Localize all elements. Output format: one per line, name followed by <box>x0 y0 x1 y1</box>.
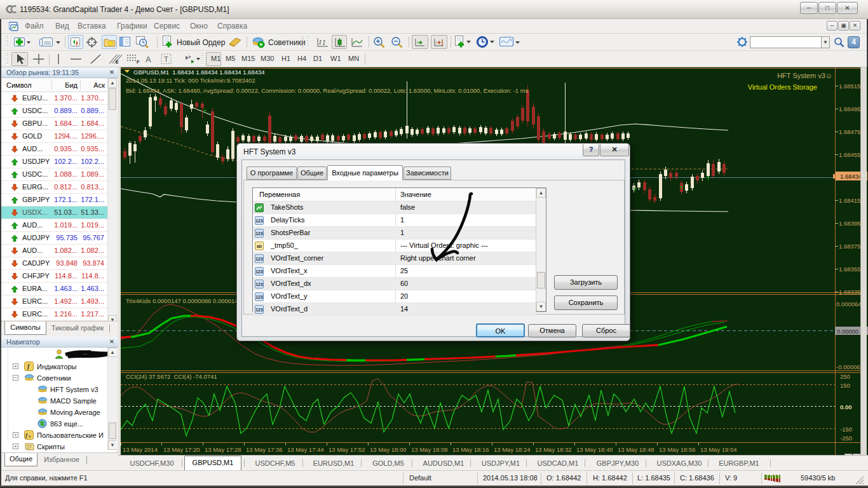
svg-text:Bid: 1.68434, ASK: 1.68460, Av: Bid: 1.68434, ASK: 1.68460, AvgSpread: 0… <box>126 87 529 94</box>
svg-text:2014.05.13 19:11 Tick: 000 Tic: 2014.05.13 19:11 Tick: 000 Ticks/min:9.7… <box>126 77 255 84</box>
svg-text:13 May 18:08: 13 May 18:08 <box>411 446 448 453</box>
svg-text:1.68475: 1.68475 <box>839 128 860 135</box>
svg-text:250: 250 <box>840 373 850 380</box>
svg-text:-250: -250 <box>840 435 852 442</box>
svg-text:-0.000067: -0.000067 <box>836 363 864 370</box>
svg-text:13 May 17:20: 13 May 17:20 <box>163 446 200 453</box>
svg-text:13 May 17:52: 13 May 17:52 <box>329 446 365 453</box>
svg-text:13 May 18:56: 13 May 18:56 <box>659 446 696 453</box>
svg-text:13 May 18:00: 13 May 18:00 <box>370 446 407 453</box>
svg-text:1.68335: 1.68335 <box>839 288 860 295</box>
svg-text:1.68355: 1.68355 <box>839 266 860 273</box>
svg-text:1.68375: 1.68375 <box>839 243 860 250</box>
svg-text:1.68495: 1.68495 <box>839 105 860 112</box>
svg-text:13 May 17:36: 13 May 17:36 <box>246 446 283 453</box>
svg-text:F: F <box>137 60 140 64</box>
svg-text:1.68515: 1.68515 <box>839 83 860 90</box>
svg-text:150: 150 <box>840 382 850 389</box>
svg-text:Virtual Orders Storage: Virtual Orders Storage <box>748 83 817 91</box>
svg-text:13 May 18:48: 13 May 18:48 <box>618 446 654 453</box>
svg-text:T: T <box>164 55 168 63</box>
svg-text:13 May 19:04: 13 May 19:04 <box>700 446 737 453</box>
svg-text:Trix4Kids 0.0000147 0.0000086: Trix4Kids 0.0000147 0.0000086 0.000014 <box>126 297 238 304</box>
svg-text:-150: -150 <box>840 426 852 433</box>
svg-text:13 May 18:16: 13 May 18:16 <box>452 446 489 453</box>
svg-text:13 May 18:24: 13 May 18:24 <box>494 446 531 453</box>
svg-text:1.68395: 1.68395 <box>839 220 860 227</box>
svg-text:13 May 18:32: 13 May 18:32 <box>535 446 572 453</box>
svg-text:13 May 18:40: 13 May 18:40 <box>576 446 613 453</box>
svg-text:1.68434: 1.68434 <box>840 173 862 180</box>
svg-text:13 May 17:28: 13 May 17:28 <box>205 446 241 453</box>
svg-text:0.00000: 0.00000 <box>837 328 858 335</box>
svg-text:1.68455: 1.68455 <box>839 151 860 158</box>
svg-text:1.68415: 1.68415 <box>839 197 860 204</box>
svg-text:0.000064: 0.000064 <box>836 301 862 308</box>
svg-text:13 May 2014: 13 May 2014 <box>123 446 158 453</box>
svg-text:0.00: 0.00 <box>840 403 852 410</box>
svg-text:HFT System v3☺: HFT System v3☺ <box>777 72 832 79</box>
svg-text:13 May 17:44: 13 May 17:44 <box>287 446 324 453</box>
svg-text:CCI(24) 37.5672 CCI(4) -74.07: CCI(24) 37.5672 CCI(4) -74.0741 <box>126 373 217 380</box>
svg-text:x: x <box>29 434 31 438</box>
svg-text:E: E <box>116 60 119 64</box>
svg-text:GBPUSD,M1 1.68434 1.68434 1.6: GBPUSD,M1 1.68434 1.68434 1.68434 1.6843… <box>133 69 265 76</box>
